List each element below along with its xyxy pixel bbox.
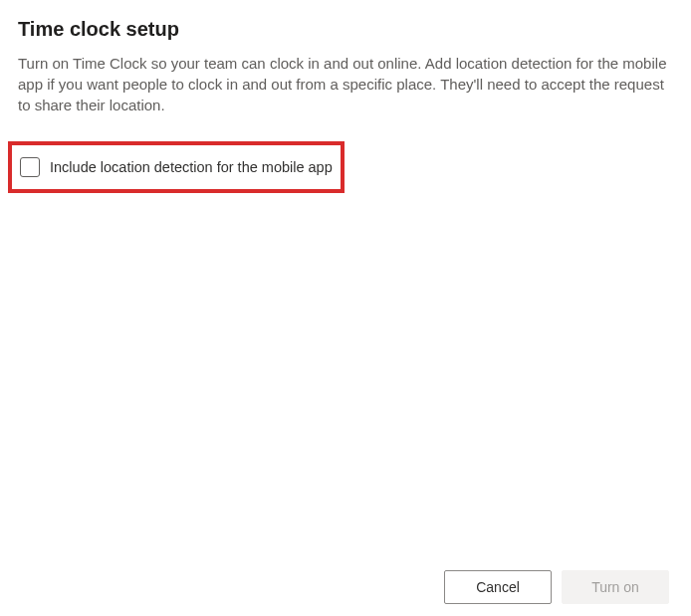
dialog-title: Time clock setup	[18, 18, 673, 41]
time-clock-setup-dialog: Time clock setup Turn on Time Clock so y…	[0, 0, 691, 616]
dialog-description: Turn on Time Clock so your team can cloc…	[18, 53, 673, 115]
cancel-button[interactable]: Cancel	[444, 570, 552, 604]
dialog-footer: Cancel Turn on	[18, 570, 673, 616]
location-detection-option: Include location detection for the mobil…	[8, 141, 345, 193]
location-detection-checkbox[interactable]	[20, 157, 40, 177]
location-detection-label[interactable]: Include location detection for the mobil…	[50, 159, 333, 175]
turn-on-button[interactable]: Turn on	[562, 570, 669, 604]
